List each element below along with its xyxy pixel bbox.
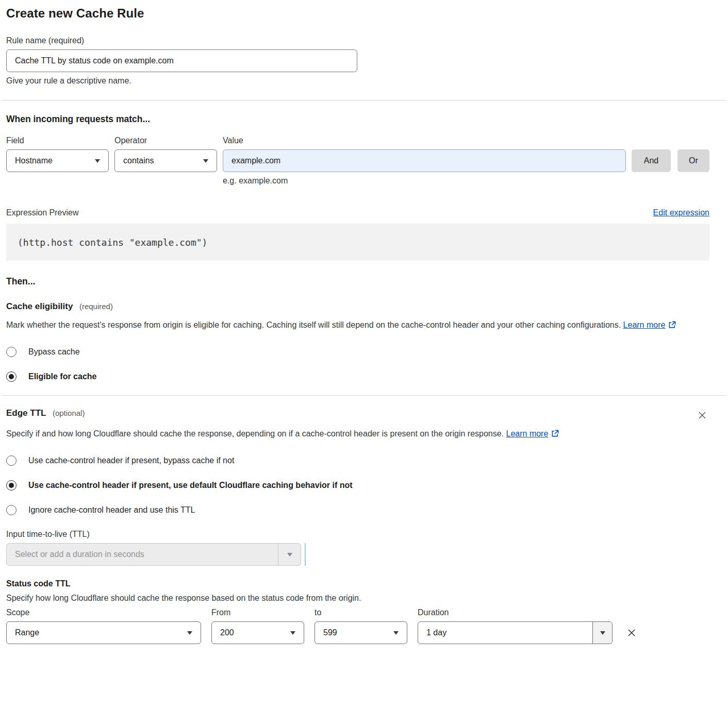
- edge-ttl-description-text: Specify if and how long Cloudflare shoul…: [6, 429, 504, 438]
- value-helper: e.g. example.com: [223, 176, 709, 185]
- scope-select-value: Range: [15, 628, 39, 637]
- radio-bypass-cache-label: Bypass cache: [28, 347, 80, 357]
- operator-select-value: contains: [123, 156, 154, 165]
- rule-name-input[interactable]: [6, 49, 357, 72]
- radio-eligible-for-cache[interactable]: Eligible for cache: [6, 372, 709, 382]
- duration-select[interactable]: 1 day: [418, 621, 613, 644]
- focus-caret-bar: [305, 543, 306, 566]
- operator-label: Operator: [114, 136, 217, 145]
- field-label: Field: [6, 136, 109, 145]
- edge-ttl-description: Specify if and how long Cloudflare shoul…: [6, 427, 581, 442]
- ttl-duration-placeholder: Select or add a duration in seconds: [15, 550, 144, 559]
- section-divider: [2, 100, 726, 100]
- or-button[interactable]: Or: [677, 149, 709, 172]
- cache-eligibility-qualifier: (required): [79, 302, 113, 311]
- cache-eligibility-heading: Cache eligibility: [6, 301, 73, 311]
- field-select-value: Hostname: [15, 156, 53, 165]
- chevron-down-icon: [600, 631, 605, 635]
- chevron-down-icon: [290, 631, 295, 635]
- radio-button-icon[interactable]: [6, 347, 16, 357]
- edit-expression-link[interactable]: Edit expression: [653, 208, 709, 217]
- edge-ttl-heading: Edge TTL: [6, 408, 46, 418]
- duration-label: Duration: [418, 608, 613, 617]
- expression-code: (http.host contains "example.com"): [18, 237, 207, 248]
- to-label: to: [315, 608, 407, 617]
- edge-ttl-header: Edge TTL (optional): [6, 408, 709, 423]
- page-title: Create new Cache Rule: [6, 6, 709, 21]
- ttl-input-row: Select or add a duration in seconds: [6, 539, 709, 566]
- from-select[interactable]: 200: [211, 621, 304, 644]
- rule-name-label: Rule name (required): [6, 36, 709, 45]
- cache-eligibility-learn-more-link[interactable]: Learn more: [623, 320, 666, 329]
- edge-ttl-learn-more-link[interactable]: Learn more: [506, 429, 549, 438]
- chevron-down-icon: [287, 553, 292, 556]
- external-link-icon: [668, 322, 676, 330]
- expression-preview-row: Expression Preview Edit expression: [6, 208, 709, 217]
- ttl-input-label: Input time-to-live (TTL): [6, 530, 709, 539]
- close-edge-ttl-button[interactable]: [695, 408, 709, 423]
- close-icon: [626, 632, 637, 640]
- status-code-ttl-description: Specify how long Cloudflare should cache…: [6, 594, 709, 603]
- rule-name-helper: Give your rule a descriptive name.: [6, 76, 709, 86]
- radio-button-selected-icon[interactable]: [6, 480, 16, 491]
- radio-button-selected-icon[interactable]: [6, 372, 16, 382]
- expression-code-block: (http.host contains "example.com"): [6, 224, 709, 261]
- radio-button-icon[interactable]: [6, 455, 16, 466]
- match-controls-row: Hostname contains And Or: [6, 149, 709, 172]
- chevron-down-icon: [393, 631, 399, 635]
- chevron-down-icon: [95, 159, 100, 163]
- close-icon: [697, 414, 707, 422]
- radio-ignore-cc[interactable]: Ignore cache-control header and use this…: [6, 505, 709, 515]
- remove-status-code-ttl-button[interactable]: [624, 625, 639, 640]
- radio-cc-bypass[interactable]: Use cache-control header if present, byp…: [6, 455, 709, 466]
- radio-cc-default-label: Use cache-control header if present, use…: [28, 481, 353, 490]
- external-link-icon: [551, 430, 559, 439]
- then-heading: Then...: [6, 276, 709, 287]
- status-code-ttl-heading: Status code TTL: [6, 579, 709, 588]
- edge-ttl-qualifier: (optional): [53, 409, 85, 417]
- radio-button-icon[interactable]: [6, 505, 16, 515]
- radio-cc-bypass-label: Use cache-control header if present, byp…: [28, 456, 234, 465]
- match-labels-row: Field Operator Value: [6, 136, 709, 145]
- radio-ignore-cc-label: Ignore cache-control header and use this…: [28, 505, 195, 515]
- radio-eligible-for-cache-label: Eligible for cache: [28, 372, 96, 381]
- expression-preview-label: Expression Preview: [6, 208, 79, 217]
- field-select[interactable]: Hostname: [6, 149, 109, 172]
- dropdown-arrow-button[interactable]: [278, 544, 301, 565]
- dropdown-arrow-button[interactable]: [592, 622, 612, 644]
- chevron-down-icon: [187, 631, 192, 635]
- operator-select[interactable]: contains: [114, 149, 217, 172]
- value-label: Value: [223, 136, 626, 145]
- radio-cc-default[interactable]: Use cache-control header if present, use…: [6, 480, 709, 491]
- to-select[interactable]: 599: [315, 621, 407, 644]
- cache-eligibility-description: Mark whether the request's response from…: [6, 318, 700, 333]
- and-button[interactable]: And: [632, 149, 671, 172]
- from-label: From: [211, 608, 304, 617]
- status-ttl-controls-row: Range 200 599 1 day: [6, 621, 709, 644]
- to-select-value: 599: [323, 628, 337, 637]
- chevron-down-icon: [203, 159, 208, 163]
- cache-eligibility-description-text: Mark whether the request's response from…: [6, 320, 621, 329]
- section-divider: [2, 395, 726, 396]
- from-select-value: 200: [220, 628, 234, 637]
- create-cache-rule-form: Create new Cache Rule Rule name (require…: [0, 0, 728, 709]
- radio-bypass-cache[interactable]: Bypass cache: [6, 347, 709, 357]
- match-heading: When incoming requests match...: [6, 114, 709, 125]
- status-ttl-labels-row: Scope From to Duration: [6, 608, 709, 617]
- scope-label: Scope: [6, 608, 201, 617]
- cache-eligibility-header: Cache eligibility (required): [6, 301, 709, 312]
- value-input[interactable]: [223, 149, 626, 172]
- duration-select-value: 1 day: [426, 628, 446, 637]
- ttl-duration-select[interactable]: Select or add a duration in seconds: [6, 543, 301, 566]
- scope-select[interactable]: Range: [6, 621, 201, 644]
